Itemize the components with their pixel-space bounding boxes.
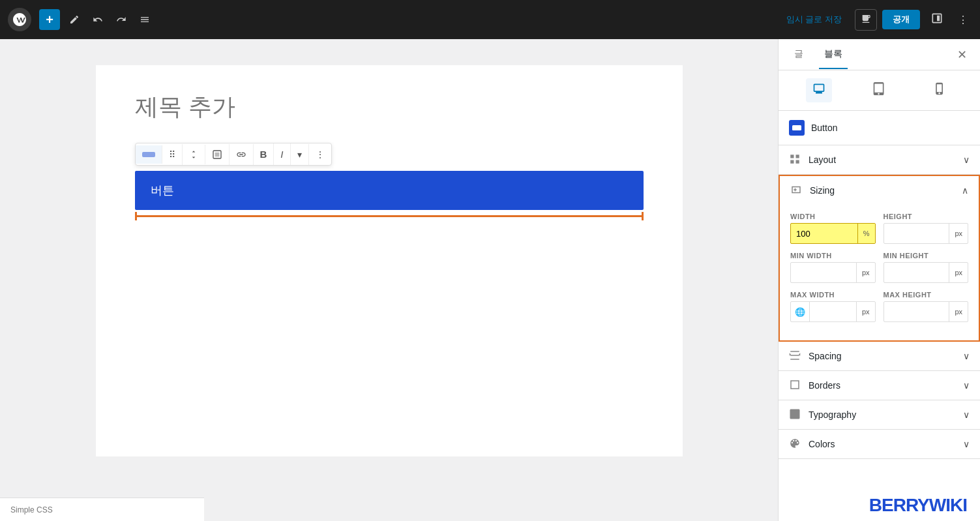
block-name-label: Button: [811, 123, 837, 133]
min-width-input-wrapper: px: [790, 262, 876, 283]
max-height-input[interactable]: [884, 303, 949, 321]
panel-sizing-header[interactable]: Sizing ∧: [780, 176, 979, 205]
block-more-options-button[interactable]: ⋮: [309, 144, 331, 165]
tools-button[interactable]: [136, 10, 154, 29]
tab-block[interactable]: 블록: [819, 40, 848, 69]
publish-button[interactable]: 공개: [882, 10, 920, 29]
min-height-unit: px: [949, 263, 968, 282]
view-button[interactable]: [855, 9, 877, 31]
width-field-group: WIDTH %: [790, 213, 876, 244]
min-height-input[interactable]: [884, 264, 949, 282]
svg-rect-2: [215, 152, 219, 156]
desktop-view-button[interactable]: [806, 78, 832, 102]
panel-spacing-title: Spacing: [809, 351, 963, 361]
max-width-unit: px: [856, 302, 875, 321]
height-input[interactable]: [884, 225, 949, 243]
max-height-input-wrapper: px: [883, 301, 969, 322]
panel-colors-chevron: ∨: [963, 439, 970, 449]
block-type-button[interactable]: [136, 145, 162, 164]
panel-sizing-title: Sizing: [810, 185, 962, 196]
page-title[interactable]: 제목 추가: [135, 91, 644, 123]
svg-rect-3: [792, 125, 801, 130]
panel-typography: Typography ∨: [779, 400, 980, 430]
add-block-button[interactable]: +: [39, 9, 60, 30]
panel-layout-title: Layout: [809, 155, 963, 165]
width-input-wrapper: %: [790, 223, 876, 244]
panel-sizing: Sizing ∧ WIDTH % HEIGHT: [779, 175, 980, 342]
panel-typography-header[interactable]: Typography ∨: [779, 400, 980, 429]
globe-icon: 🌐: [791, 302, 810, 321]
panel-typography-title: Typography: [809, 409, 963, 420]
more-rich-text-button[interactable]: ▾: [291, 144, 309, 165]
button-block[interactable]: 버튼: [135, 171, 644, 210]
panel-borders-header[interactable]: Borders ∨: [779, 371, 980, 400]
block-name-section: Button: [779, 111, 980, 145]
max-height-field-group: MAX HEIGHT px: [883, 291, 969, 322]
panel-sizing-chevron: ∧: [962, 185, 968, 196]
spacing-icon: [789, 350, 802, 363]
panel-colors-title: Colors: [809, 439, 963, 449]
sidebar-toggle-button[interactable]: [925, 8, 949, 32]
tablet-view-button[interactable]: [866, 78, 892, 102]
undo-button[interactable]: [89, 10, 107, 29]
block-toolbar: ⠿ B I ▾ ⋮: [135, 143, 332, 166]
main-layout: 제목 추가 ⠿ B I ▾ ⋮: [0, 39, 980, 521]
tab-document[interactable]: 글: [789, 40, 809, 69]
editor-area: 제목 추가 ⠿ B I ▾ ⋮: [0, 39, 778, 521]
colors-icon: [789, 438, 802, 451]
width-indicator: [135, 215, 644, 217]
height-label: HEIGHT: [883, 213, 969, 220]
min-height-field-group: MIN HEIGHT px: [883, 252, 969, 283]
right-sidebar: 글 블록 ✕ Button: [778, 39, 980, 521]
panel-typography-chevron: ∨: [963, 409, 970, 420]
sizing-icon: [790, 184, 803, 197]
move-up-down-button[interactable]: [183, 145, 205, 164]
italic-button[interactable]: I: [274, 143, 290, 165]
link-button[interactable]: [230, 144, 254, 165]
width-input[interactable]: [791, 225, 857, 243]
min-width-field-group: MIN WIDTH px: [790, 252, 876, 283]
button-block-wrapper: 버튼: [135, 171, 644, 217]
min-height-label: MIN HEIGHT: [883, 252, 969, 260]
mobile-view-button[interactable]: [927, 78, 953, 102]
main-toolbar: + 임시 글로 저장 공개 ⋮: [0, 0, 980, 39]
layout-icon: [789, 153, 802, 166]
max-width-height-row: MAX WIDTH 🌐 px MAX HEIGHT px: [790, 291, 968, 322]
width-height-row: WIDTH % HEIGHT px: [790, 213, 968, 244]
height-field-group: HEIGHT px: [883, 213, 969, 244]
max-width-input[interactable]: [810, 303, 856, 321]
editor-footer: Simple CSS: [0, 498, 204, 521]
editor-content: 제목 추가 ⠿ B I ▾ ⋮: [96, 65, 683, 456]
panel-layout: Layout ∨: [779, 145, 980, 175]
sidebar-close-button[interactable]: ✕: [955, 45, 970, 65]
min-width-height-row: MIN WIDTH px MIN HEIGHT px: [790, 252, 968, 283]
panel-spacing-header[interactable]: Spacing ∨: [779, 342, 980, 370]
panel-spacing-chevron: ∨: [963, 351, 970, 361]
panel-spacing: Spacing ∨: [779, 342, 980, 371]
panel-layout-chevron: ∨: [963, 155, 970, 165]
footer-text: Simple CSS: [10, 505, 53, 514]
panel-borders: Borders ∨: [779, 371, 980, 400]
min-width-input[interactable]: [791, 264, 856, 282]
redo-button[interactable]: [112, 10, 130, 29]
save-draft-button[interactable]: 임시 글로 저장: [779, 10, 850, 29]
min-width-unit: px: [856, 263, 875, 282]
panel-layout-header[interactable]: Layout ∨: [779, 145, 980, 174]
device-views: [779, 70, 980, 111]
bold-button[interactable]: B: [254, 143, 275, 165]
max-height-label: MAX HEIGHT: [883, 291, 969, 299]
more-options-button[interactable]: ⋮: [954, 10, 972, 30]
edit-mode-button[interactable]: [65, 10, 83, 29]
panel-borders-title: Borders: [809, 380, 963, 391]
drag-handle-button[interactable]: ⠿: [162, 144, 183, 165]
width-unit: %: [857, 224, 875, 243]
max-height-unit: px: [949, 302, 968, 321]
panel-colors-header[interactable]: Colors ∨: [779, 430, 980, 458]
borders-icon: [789, 379, 802, 392]
panel-colors: Colors ∨: [779, 430, 980, 459]
height-unit: px: [949, 224, 968, 243]
select-parent-button[interactable]: [205, 144, 230, 165]
wp-logo[interactable]: [8, 8, 31, 31]
block-type-icon: [789, 120, 805, 136]
max-width-field-group: MAX WIDTH 🌐 px: [790, 291, 876, 322]
